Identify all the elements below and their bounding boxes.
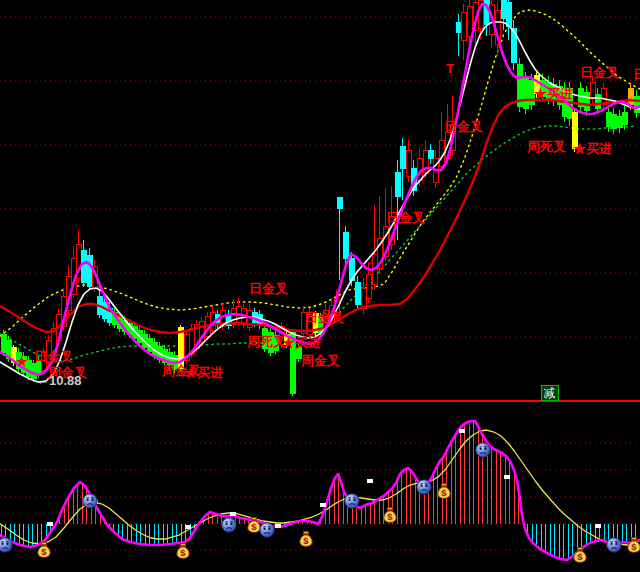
annotation-text: ★买进 — [573, 141, 612, 156]
indicator-lines — [0, 421, 640, 560]
annotation-text: 日金叉 — [580, 65, 619, 80]
marker-square — [185, 525, 191, 529]
slow-ma-line — [0, 100, 640, 333]
money-bag-icon — [177, 543, 189, 558]
candle — [400, 138, 405, 200]
marker-square — [275, 524, 281, 528]
annotation-text: ★买进 — [282, 335, 321, 350]
annotation-text: ★买进 — [184, 365, 223, 380]
marker-square — [595, 524, 601, 528]
sad-face-icon — [607, 538, 622, 553]
candle — [210, 306, 215, 334]
candle — [511, 20, 516, 70]
annotation-text: 周金叉 — [300, 353, 340, 368]
candle — [337, 197, 342, 280]
candle — [456, 14, 461, 56]
annotation-text: ★买进 — [534, 86, 573, 101]
annotation-text: 日金叉 — [633, 67, 640, 82]
annotation-text: 周死叉 — [526, 139, 566, 154]
sad-face-icon — [0, 538, 12, 553]
marker-square — [459, 429, 465, 433]
envelope-dotted-lines — [0, 10, 640, 361]
annotation-text: ★ — [16, 354, 28, 369]
candle — [343, 226, 348, 264]
marker-square — [367, 479, 373, 483]
annotation-text: 日金叉 — [34, 349, 73, 364]
sad-face-icon — [260, 523, 275, 538]
sad-face-icon — [83, 494, 98, 509]
sad-face-icon — [345, 494, 360, 509]
annotation-text: 日金叉 — [386, 210, 425, 225]
candle — [634, 90, 639, 118]
signal-line — [0, 430, 640, 545]
candle — [590, 76, 595, 104]
annotation-text: 周死叉 — [246, 334, 286, 349]
money-bag-icon — [300, 531, 312, 546]
svg-text:减: 减 — [544, 386, 556, 400]
annotation-text: 日金叉 — [305, 310, 344, 325]
signal-annotations: 日金叉日金叉T日金叉★买进周死叉★买进日金叉日金叉日金叉周死叉★买进周金叉周金叉… — [16, 61, 640, 388]
diff-line — [0, 421, 640, 560]
candle — [428, 144, 433, 164]
signal-icons — [0, 443, 640, 563]
candlestick-and-indicator-chart[interactable]: $ 减 日金叉日金叉T日金叉★买进周死叉★买进日金叉日金叉日金叉周死叉★买进周金… — [0, 0, 640, 572]
candle — [517, 58, 522, 112]
annotation-text: 日金叉 — [444, 119, 483, 134]
marker-square — [47, 522, 53, 526]
candle — [372, 205, 377, 290]
marker-square — [504, 475, 510, 479]
annotation-text: 日金叉 — [249, 281, 288, 296]
annotation-text: ←10.88 — [36, 373, 82, 388]
sad-face-icon — [222, 518, 237, 533]
candle — [601, 82, 606, 110]
panel-separator: 减 — [0, 385, 640, 401]
marker-square — [230, 512, 236, 516]
candle — [87, 248, 92, 290]
candle — [584, 86, 589, 116]
candle — [97, 290, 102, 318]
candle — [406, 140, 411, 182]
money-bag-icon — [438, 483, 450, 498]
marker-square — [320, 503, 326, 507]
annotation-text: T — [446, 61, 454, 76]
candle — [461, 4, 466, 60]
money-bag-icon — [384, 507, 396, 522]
sad-face-icon — [476, 443, 491, 458]
candle — [355, 276, 360, 310]
candle — [617, 110, 622, 133]
sad-face-icon — [417, 480, 432, 495]
candle — [506, 0, 511, 40]
candle — [501, 0, 506, 30]
candle — [611, 108, 616, 134]
stock-chart-window[interactable]: $ 减 日金叉日金叉T日金叉★买进周死叉★买进日金叉日金叉日金叉周死叉★买进周金… — [0, 0, 640, 572]
indicator-histogram — [1, 421, 636, 560]
candle — [226, 310, 231, 329]
reduce-badge: 减 — [541, 385, 558, 400]
